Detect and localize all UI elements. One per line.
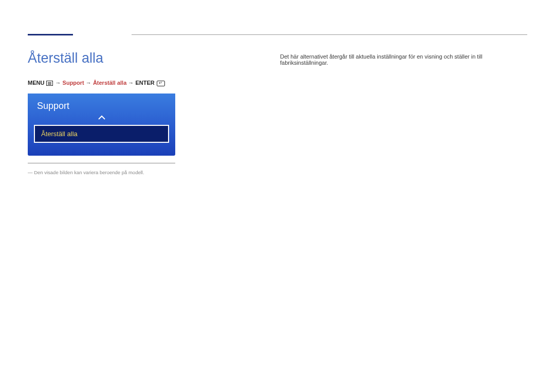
breadcrumb-enter-label: ENTER <box>135 80 154 86</box>
breadcrumb-reset-all: Återställ alla <box>93 80 126 86</box>
breadcrumb-arrow: → <box>128 80 135 86</box>
menu-item-reset-all[interactable]: Återställ alla <box>34 125 169 143</box>
menu-panel-title: Support <box>28 94 175 116</box>
enter-icon <box>157 81 165 86</box>
footnote-text: ― Den visade bilden kan variera beroende… <box>28 170 144 175</box>
top-divider-line <box>132 34 527 35</box>
description-text: Det här alternativet återgår till aktuel… <box>280 53 527 66</box>
chevron-up-icon[interactable] <box>28 114 175 122</box>
footnote-dash: ― <box>28 170 34 175</box>
footnote-content: Den visade bilden kan variera beroende p… <box>34 170 144 175</box>
footnote-divider <box>28 163 175 163</box>
top-accent-bar <box>28 34 73 35</box>
breadcrumb: MENU → Support → Återställ alla → ENTER <box>28 80 165 86</box>
breadcrumb-arrow: → <box>86 80 93 86</box>
page-title: Återställ alla <box>28 50 103 66</box>
menu-icon <box>46 81 53 86</box>
breadcrumb-arrow: → <box>55 80 63 86</box>
breadcrumb-support: Support <box>63 80 84 86</box>
breadcrumb-menu-label: MENU <box>28 80 44 86</box>
menu-panel: Support Återställ alla <box>28 94 175 156</box>
